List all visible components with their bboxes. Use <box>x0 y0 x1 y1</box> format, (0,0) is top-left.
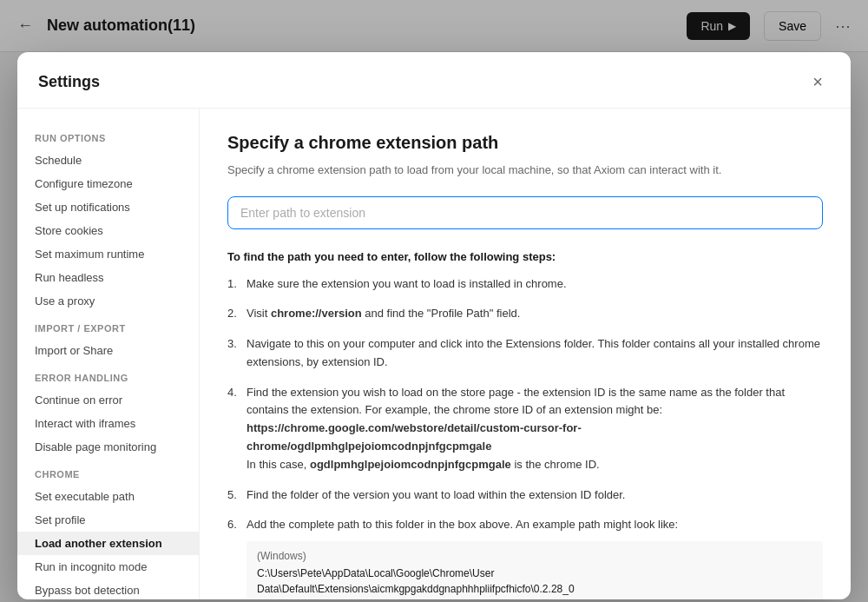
step-6: Add the complete path to this folder in … <box>227 516 823 599</box>
run-options-section: Run options Schedule Configure timezone … <box>17 122 199 313</box>
sidebar-item-bypass-bot-detection[interactable]: Bypass bot detection <box>17 579 199 599</box>
settings-sidebar: Run options Schedule Configure timezone … <box>17 109 200 599</box>
sidebar-item-set-executable-path[interactable]: Set executable path <box>17 485 199 508</box>
import-export-title: Import / Export <box>17 313 199 339</box>
error-handling-section: Error handling Continue on error Interac… <box>17 362 199 459</box>
content-subtitle: Specify a chrome extension path to load … <box>227 162 823 179</box>
step-1: Make sure the extension you want to load… <box>227 275 823 294</box>
sidebar-item-schedule[interactable]: Schedule <box>17 149 199 172</box>
step-3: Navigate to this on your computer and cl… <box>227 335 823 372</box>
sidebar-item-configure-timezone[interactable]: Configure timezone <box>17 172 199 195</box>
steps-list: Make sure the extension you want to load… <box>227 275 823 600</box>
main-content: Specify a chrome extension path Specify … <box>200 109 851 599</box>
content-title: Specify a chrome extension path <box>227 133 823 153</box>
steps-title: To find the path you need to enter, foll… <box>227 250 823 263</box>
sidebar-item-disable-page-monitoring[interactable]: Disable page monitoring <box>17 435 199 459</box>
step-5: Find the folder of the version you want … <box>227 486 823 505</box>
sidebar-item-run-in-incognito-mode[interactable]: Run in incognito mode <box>17 555 199 579</box>
sidebar-item-store-cookies[interactable]: Store cookies <box>17 219 199 242</box>
import-export-section: Import / Export Import or Share <box>17 313 199 362</box>
modal-header: Settings × <box>17 52 851 109</box>
run-options-title: Run options <box>17 122 199 149</box>
error-handling-title: Error handling <box>17 362 199 388</box>
sidebar-item-use-a-proxy[interactable]: Use a proxy <box>17 289 199 313</box>
chrome-section: Chrome Set executable path Set profile L… <box>17 459 199 599</box>
modal-title: Settings <box>38 73 100 91</box>
sidebar-item-set-maximum-runtime[interactable]: Set maximum runtime <box>17 242 199 266</box>
sidebar-item-set-profile[interactable]: Set profile <box>17 508 199 532</box>
sidebar-item-run-headless[interactable]: Run headless <box>17 266 199 289</box>
close-button[interactable]: × <box>806 69 830 94</box>
windows-path: C:\Users\Pete\AppData\Local\Google\Chrom… <box>257 567 575 595</box>
sidebar-item-import-or-share[interactable]: Import or Share <box>17 339 199 362</box>
step-4-url: https://chrome.google.com/webstore/detai… <box>247 421 582 453</box>
step-4-id: ogdlpmhglpejoiomcodnpjnfgcpmgale <box>310 458 511 471</box>
step-4: Find the extension you wish to load on t… <box>227 384 823 474</box>
sidebar-item-load-another-extension[interactable]: Load another extension <box>17 532 199 555</box>
sidebar-item-continue-on-error[interactable]: Continue on error <box>17 388 199 412</box>
modal-body: Run options Schedule Configure timezone … <box>17 109 851 599</box>
chrome-title: Chrome <box>17 459 199 485</box>
modal-overlay: Settings × Run options Schedule Configur… <box>0 0 868 602</box>
step-6-windows: (Windows) C:\Users\Pete\AppData\Local\Go… <box>247 541 823 599</box>
os-label-windows: (Windows) <box>257 548 812 564</box>
sidebar-item-set-up-notifications[interactable]: Set up notifications <box>17 195 199 219</box>
settings-modal: Settings × Run options Schedule Configur… <box>17 52 851 599</box>
step-2: Visit chrome://version and find the "Pro… <box>227 305 823 323</box>
path-input[interactable] <box>227 196 823 229</box>
sidebar-item-interact-with-iframes[interactable]: Interact with iframes <box>17 412 199 435</box>
step-2-code: chrome://version <box>271 307 362 320</box>
